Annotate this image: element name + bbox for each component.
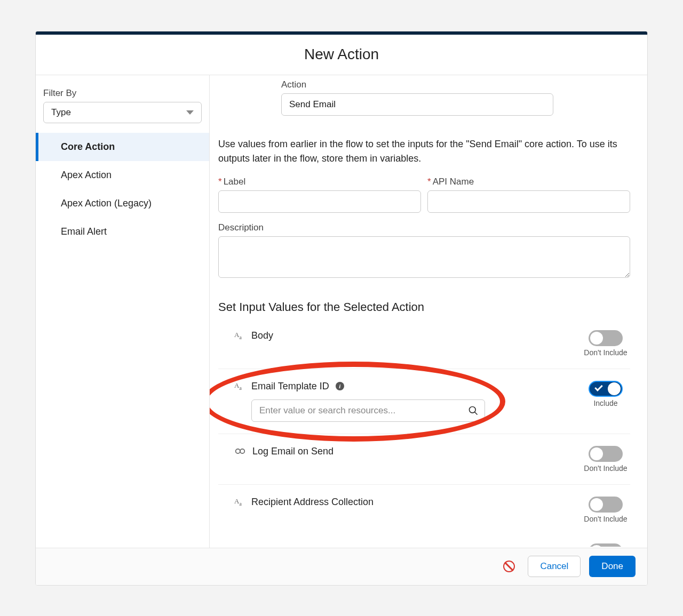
input-row-next-peek: [218, 535, 630, 547]
input-left: Log Email on Send: [234, 446, 333, 457]
modal-footer: Cancel Done: [36, 548, 647, 585]
text-type-icon: Aa: [234, 497, 245, 507]
input-title: Recipient Address Collection: [251, 497, 374, 508]
text-type-icon: Aa: [234, 381, 245, 391]
email-template-id-input[interactable]: [251, 399, 485, 422]
input-row-email-template-id: Aa Email Template ID i: [218, 369, 630, 434]
label-field-col: *Label: [218, 177, 421, 213]
screen: New Action Filter By Type Core Action Ap…: [0, 0, 683, 616]
input-left: Aa Recipient Address Collection: [234, 497, 374, 508]
toggle-knob: [590, 447, 603, 460]
include-toggle-body[interactable]: [589, 330, 623, 346]
type-select-value: Type: [51, 107, 71, 118]
action-type-list: Core Action Apex Action Apex Action (Leg…: [36, 133, 209, 246]
main-inner: Action Send Email Use values from earlie…: [218, 79, 630, 547]
action-select-value: Send Email: [289, 99, 336, 110]
input-title: Email Template ID: [251, 381, 329, 392]
help-text: Use values from earlier in the flow to s…: [218, 137, 624, 166]
modal-window: New Action Filter By Type Core Action Ap…: [35, 31, 648, 586]
toggle-col: Don't Include: [581, 497, 630, 523]
text-type-icon: Aa: [234, 331, 245, 340]
input-row-log-email-on-send: Log Email on Send Don't Include: [218, 434, 630, 485]
sidebar-item-label: Email Alert: [61, 226, 107, 237]
input-row-recipient-address-collection: Aa Recipient Address Collection Don't In…: [218, 485, 630, 535]
input-title-line: Aa Email Template ID i: [234, 381, 485, 392]
done-button[interactable]: Done: [589, 556, 636, 577]
include-toggle-next[interactable]: [589, 543, 623, 547]
toggle-knob: [590, 545, 603, 547]
sidebar-item-label: Apex Action (Legacy): [61, 198, 152, 209]
modal-title: New Action: [304, 46, 379, 63]
required-marker: *: [427, 177, 431, 187]
svg-point-3: [240, 449, 244, 453]
toggle-col: Include: [581, 381, 630, 407]
apiname-input[interactable]: [427, 190, 630, 213]
toggle-col: Don't Include: [581, 330, 630, 357]
required-marker: *: [218, 177, 222, 187]
input-left: Aa Email Template ID i: [234, 381, 485, 422]
main-panel[interactable]: Action Send Email Use values from earlie…: [210, 75, 647, 548]
info-icon[interactable]: i: [336, 382, 344, 390]
modal-header: New Action: [36, 35, 647, 75]
error-indicator-icon[interactable]: [503, 561, 515, 572]
toggle-label: Don't Include: [584, 348, 627, 357]
sidebar-item-label: Apex Action: [61, 170, 112, 180]
input-values-heading: Set Input Values for the Selected Action: [218, 300, 630, 314]
input-row-body: Aa Body Don't Include: [218, 318, 630, 369]
check-icon: [594, 383, 603, 391]
sidebar-item-apex-action[interactable]: Apex Action: [36, 161, 209, 189]
toggle-knob: [608, 382, 621, 395]
apiname-field-label: *API Name: [427, 177, 630, 187]
sidebar-item-apex-action-legacy[interactable]: Apex Action (Legacy): [36, 189, 209, 218]
toggle-col: [581, 543, 630, 547]
toggle-label: Don't Include: [584, 464, 627, 473]
cancel-button[interactable]: Cancel: [528, 556, 581, 577]
svg-point-2: [236, 449, 240, 453]
description-textarea[interactable]: [218, 236, 630, 278]
description-block: Description: [218, 222, 630, 280]
input-title-line: Aa Body: [234, 330, 273, 341]
boolean-type-icon: [234, 448, 246, 454]
sidebar-item-label: Core Action: [61, 141, 115, 152]
toggle-label: Include: [593, 399, 617, 407]
toggle-label: Don't Include: [584, 515, 627, 523]
filter-by-label: Filter By: [36, 88, 209, 102]
toggle-col: Don't Include: [581, 446, 630, 473]
toggle-knob: [590, 332, 603, 345]
action-block: Action Send Email: [281, 79, 630, 116]
include-toggle-log-email[interactable]: [589, 446, 623, 462]
type-select[interactable]: Type: [43, 102, 202, 123]
label-apiname-row: *Label *API Name: [218, 177, 630, 213]
modal-body: Filter By Type Core Action Apex Action A…: [36, 75, 647, 548]
input-title: Log Email on Send: [252, 446, 333, 457]
toggle-knob: [590, 498, 603, 511]
input-title: Body: [251, 330, 273, 341]
action-field-label: Action: [281, 79, 630, 90]
sidebar: Filter By Type Core Action Apex Action A…: [36, 75, 210, 548]
input-title-line: Aa Recipient Address Collection: [234, 497, 374, 508]
include-toggle-recipient-collection[interactable]: [589, 497, 623, 513]
label-input[interactable]: [218, 190, 421, 213]
label-field-label: *Label: [218, 177, 421, 187]
sidebar-item-core-action[interactable]: Core Action: [36, 133, 209, 161]
action-select[interactable]: Send Email: [281, 93, 553, 116]
description-label: Description: [218, 222, 630, 233]
chevron-down-icon: [186, 110, 194, 115]
resource-search-wrap: [251, 399, 485, 422]
include-toggle-email-template-id[interactable]: [589, 381, 623, 397]
sidebar-item-email-alert[interactable]: Email Alert: [36, 218, 209, 246]
apiname-field-col: *API Name: [427, 177, 630, 213]
input-title-line: Log Email on Send: [234, 446, 333, 457]
input-left: Aa Body: [234, 330, 273, 341]
